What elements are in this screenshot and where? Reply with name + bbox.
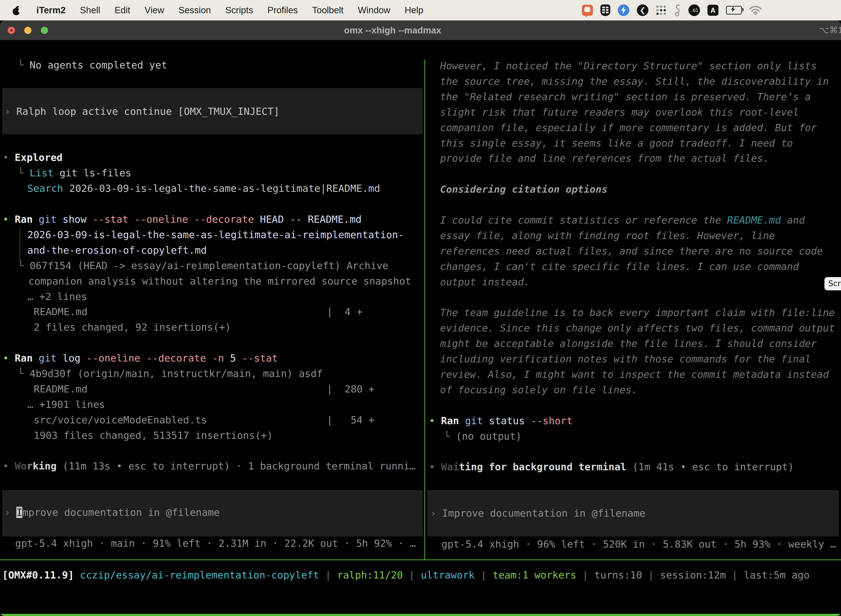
apple-menu[interactable]	[12, 5, 22, 15]
shield-grid-icon[interactable]	[601, 4, 610, 16]
omx-status-line: [OMX#0.11.9] cczip/essay/ai-reimplementa…	[2, 568, 810, 583]
menu-item-window[interactable]: Window	[358, 5, 390, 15]
menu-items: iTerm2ShellEditViewSessionScriptsProfile…	[12, 5, 423, 15]
hook-icon[interactable]	[674, 4, 681, 16]
window-shortcut-badge: ⌥⌘1	[819, 21, 841, 40]
horizontal-pane-divider	[0, 559, 841, 560]
window-title: omx --xhigh --madmax	[344, 21, 441, 40]
menu-status-icons: ❮ ..61 A	[582, 0, 762, 21]
zoom-button[interactable]	[41, 27, 48, 34]
battery-charging-icon[interactable]	[726, 6, 742, 15]
menu-item-view[interactable]: View	[145, 5, 164, 15]
dots-grid-icon[interactable]	[656, 5, 666, 15]
chat-icon[interactable]	[582, 5, 593, 16]
menu-item-session[interactable]: Session	[179, 5, 211, 15]
iterm2-window: omx --xhigh --madmax ⌥⌘1 └ No agents com…	[0, 21, 841, 616]
screen: iTerm2ShellEditViewSessionScriptsProfile…	[0, 0, 841, 616]
menu-item-edit[interactable]: Edit	[114, 5, 130, 15]
keyboard-a-icon[interactable]: A	[708, 5, 718, 16]
bottom-status-pane: [OMX#0.11.9] cczip/essay/ai-reimplementa…	[0, 40, 841, 616]
menu-bar: iTerm2ShellEditViewSessionScriptsProfile…	[0, 0, 841, 21]
black-cutout-icon[interactable]: ❮	[637, 4, 648, 16]
menu-item-profiles[interactable]: Profiles	[267, 5, 298, 15]
screen-share-overlay[interactable]: Scre	[825, 277, 841, 290]
menu-item-toolbelt[interactable]: Toolbelt	[312, 5, 343, 15]
menu-item-shell[interactable]: Shell	[80, 5, 100, 15]
vertical-pane-divider	[424, 60, 425, 559]
menu-item-iterm2[interactable]: iTerm2	[37, 5, 66, 15]
apple-icon	[12, 6, 21, 16]
menu-item-scripts[interactable]: Scripts	[225, 5, 253, 15]
window-titlebar[interactable]: omx --xhigh --madmax ⌥⌘1	[0, 21, 841, 40]
menu-item-help[interactable]: Help	[404, 5, 423, 15]
tmux-status-bar: [omx-cczip0:bash* "MacBook-Pro-44.local"…	[0, 614, 841, 616]
close-button[interactable]	[8, 27, 15, 34]
blue-bolt-badge-icon[interactable]	[618, 4, 629, 16]
minimize-button[interactable]	[24, 27, 31, 34]
terminal-area[interactable]: └ No agents completed yet› Ralph loop ac…	[0, 40, 841, 616]
gauge-icon[interactable]: ..61	[689, 4, 700, 16]
wifi-icon[interactable]	[749, 6, 762, 15]
